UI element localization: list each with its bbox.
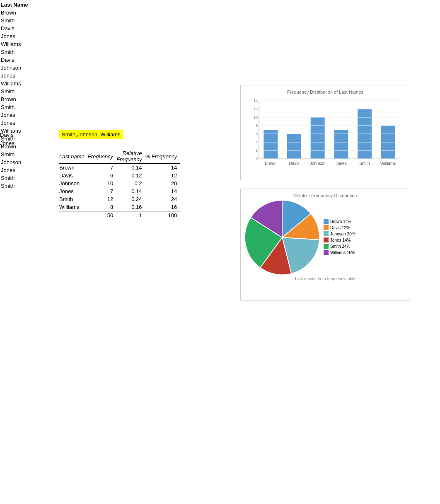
cell-pct-freq: 12 xyxy=(145,172,181,179)
y-tick: 10 xyxy=(254,115,258,119)
table-row: Brown 7 0.14 14 xyxy=(59,164,180,172)
list-item: Smith xyxy=(0,150,58,158)
cell-total-freq: 50 xyxy=(88,211,116,220)
table-row: Johnson 10 0.2 20 xyxy=(59,179,180,187)
col-header-lastname: Last name xyxy=(59,149,88,164)
list-item: Davis xyxy=(0,56,58,64)
bar-chart-title: Frequency Distribution of Last Names xyxy=(245,90,406,94)
cell-rel-freq: 0.24 xyxy=(116,195,145,203)
col-header-relative-frequency: RelativeFrequency xyxy=(116,149,145,164)
legend-label: Davis 12% xyxy=(330,225,350,230)
cell-name: Williams xyxy=(59,203,88,211)
list-item: Jones xyxy=(0,111,58,119)
list-item: Johnson xyxy=(0,158,58,166)
bar-label: Davis xyxy=(289,161,299,166)
legend-item: Brown 14% xyxy=(324,219,355,224)
cell-total-pct-freq: 100 xyxy=(145,211,181,220)
frequency-table-container: Last name Frequency RelativeFrequency % … xyxy=(59,149,180,219)
legend-color xyxy=(324,250,329,255)
cell-pct-freq: 16 xyxy=(145,203,181,211)
legend-label: Smith 24% xyxy=(330,244,350,249)
table-row: Williams 8 0.16 16 xyxy=(59,203,180,211)
list-item: Williams xyxy=(0,40,58,48)
cell-rel-freq: 0.14 xyxy=(116,187,145,195)
cell-rel-freq: 0.16 xyxy=(116,203,145,211)
y-tick: 4 xyxy=(256,140,258,144)
legend-item: Williams 16% xyxy=(324,250,355,255)
cell-name: Johnson xyxy=(59,179,88,187)
legend-item: Johnson 20% xyxy=(324,231,355,236)
list-item-jones-mid: Jones xyxy=(0,140,15,146)
list-item: Brown xyxy=(0,95,58,103)
cell-freq: 7 xyxy=(88,164,116,172)
table-row: Jones 7 0.14 14 xyxy=(59,187,180,195)
list-item: Smith xyxy=(0,48,58,56)
legend-item: Jones 14% xyxy=(324,237,355,242)
list-item: Jones xyxy=(0,32,58,40)
cell-name: Smith xyxy=(59,195,88,203)
y-tick: 0 xyxy=(256,157,258,161)
list-item: Johnson xyxy=(0,64,58,72)
list-item: Smith xyxy=(0,17,58,24)
cell-rel-freq: 0.2 xyxy=(116,179,145,187)
cell-freq: 7 xyxy=(88,187,116,195)
cell-pct-freq: 20 xyxy=(145,179,181,187)
pie-chart-container: Relative Frequency Distribution Brown 14… xyxy=(240,189,410,300)
cell-pct-freq: 14 xyxy=(145,187,181,195)
y-tick: 6 xyxy=(256,132,258,136)
list-item: Smith xyxy=(0,182,58,190)
cell-name: Jones xyxy=(59,187,88,195)
list-item: Williams xyxy=(0,80,58,87)
cell-rel-freq: 0.14 xyxy=(116,164,145,172)
bar xyxy=(311,117,325,159)
cell-rel-freq: 0.12 xyxy=(116,172,145,179)
cell-total-label xyxy=(59,211,88,220)
bar-label: Johnson xyxy=(310,161,326,166)
legend-color xyxy=(324,225,329,230)
legend-color xyxy=(324,231,329,236)
legend-item: Davis 12% xyxy=(324,225,355,230)
list-header: Last Name xyxy=(0,2,58,8)
list-item: Jones xyxy=(0,166,58,174)
list-item: Jones xyxy=(0,119,58,127)
legend-color xyxy=(324,237,329,242)
legend-label: Brown 14% xyxy=(330,219,351,224)
list-item: Davis xyxy=(0,24,58,32)
table-row: Smith 12 0.24 24 xyxy=(59,195,180,203)
frequency-table: Last name Frequency RelativeFrequency % … xyxy=(59,149,180,219)
list-item: Jones xyxy=(0,72,58,80)
bar-label: Jones xyxy=(336,161,347,166)
y-tick: 12 xyxy=(254,107,258,111)
legend-color xyxy=(324,219,329,224)
bar-label: Williams xyxy=(380,161,396,166)
cell-freq: 6 xyxy=(88,172,116,179)
list-item: Smith xyxy=(0,174,58,182)
bar-label: Brown xyxy=(265,161,276,166)
cell-pct-freq: 14 xyxy=(145,164,181,172)
list-item: Brown xyxy=(0,9,58,17)
y-tick: 2 xyxy=(256,148,258,153)
table-total-row: 50 1 100 xyxy=(59,211,180,220)
list-item: Smith xyxy=(0,87,58,95)
cell-name: Davis xyxy=(59,172,88,179)
cell-freq: 10 xyxy=(88,179,116,187)
table-row: Davis 6 0.12 12 xyxy=(59,172,180,179)
legend-label: Williams 16% xyxy=(330,250,355,255)
cell-total-rel-freq: 1 xyxy=(116,211,145,220)
legend-color xyxy=(324,244,329,249)
legend-label: Johnson 20% xyxy=(330,232,355,236)
y-tick: 14 xyxy=(254,99,258,103)
pie-legend: Brown 14% Davis 12% Johnson 20% Jones 14… xyxy=(324,219,355,256)
raw-data-list: Last Name BrownSmithDavisJonesWilliamsSm… xyxy=(0,0,58,191)
cell-freq: 8 xyxy=(88,203,116,211)
chart-subtitle: Last names from frequency table xyxy=(245,276,406,281)
y-tick: 8 xyxy=(256,124,258,128)
pie-chart-svg xyxy=(245,200,319,275)
bar-label: Smith xyxy=(359,161,370,166)
highlight-box: Smith,Johnson, Williams xyxy=(59,130,123,139)
cell-name: Brown xyxy=(59,164,88,172)
list-item-davis-mid: Davis xyxy=(0,132,14,138)
cell-pct-freq: 24 xyxy=(145,195,181,203)
bar-chart-svg: BrownDavisJohnsonJonesSmithWilliams02468… xyxy=(245,97,406,171)
list-item: Smith xyxy=(0,103,58,111)
